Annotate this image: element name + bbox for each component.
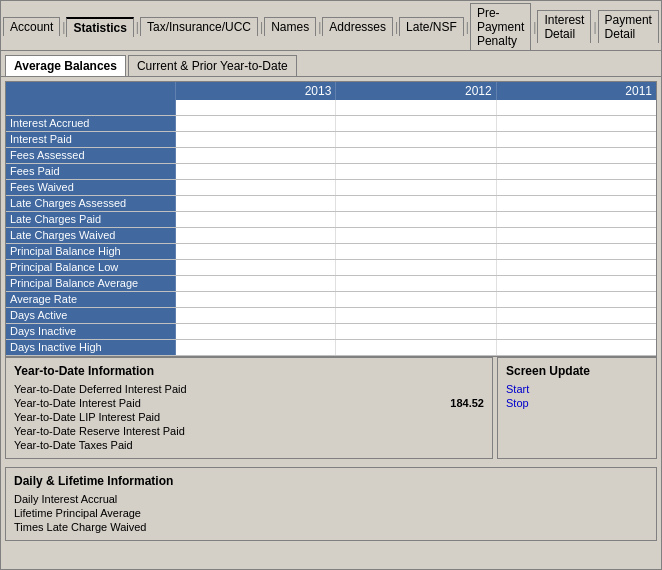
- top-tab-names[interactable]: Names: [264, 17, 316, 36]
- table-row: Principal Balance Low: [6, 260, 656, 276]
- ytd-title: Year-to-Date Information: [14, 364, 484, 378]
- table-row: [6, 100, 656, 116]
- bottom-row1: Year-to-Date Information Year-to-Date De…: [5, 357, 657, 459]
- table-cell-value: [176, 228, 336, 243]
- table-row: Fees Waived: [6, 180, 656, 196]
- table-row: Late Charges Paid: [6, 212, 656, 228]
- top-tab-pre-payment-penalty[interactable]: Pre-Payment Penalty: [470, 3, 531, 50]
- ytd-row: Year-to-Date Reserve Interest Paid: [14, 424, 484, 438]
- table-cell-label: Days Inactive: [6, 324, 176, 339]
- top-tab-addresses[interactable]: Addresses: [322, 17, 393, 36]
- table-cell-label: Principal Balance Average: [6, 276, 176, 291]
- table-cell-value: [176, 340, 336, 355]
- table-cell-value: [336, 164, 496, 179]
- table-cell-value: [176, 148, 336, 163]
- table-cell-value: [497, 276, 656, 291]
- table-cell-value: [497, 180, 656, 195]
- table-cell-label: Average Rate: [6, 292, 176, 307]
- tab-separator: |: [466, 20, 469, 34]
- table-row: Interest Paid: [6, 132, 656, 148]
- table-header-label: [6, 82, 176, 100]
- daily-row: Times Late Charge Waived: [14, 520, 648, 534]
- table-cell-label: Principal Balance High: [6, 244, 176, 259]
- table-cell-label: Late Charges Assessed: [6, 196, 176, 211]
- table-cell-value: [336, 308, 496, 323]
- top-tab-bar: Account|Statistics|Tax/Insurance/UCC|Nam…: [1, 1, 661, 51]
- table-cell-value: [336, 260, 496, 275]
- table-cell-label: Interest Accrued: [6, 116, 176, 131]
- table-cell-value: [176, 132, 336, 147]
- table-header-year-2012: 2012: [336, 82, 496, 100]
- main-content: 201320122011Interest AccruedInterest Pai…: [1, 77, 661, 569]
- daily-row-label: Daily Interest Accrual: [14, 493, 117, 505]
- table-cell-label: Fees Paid: [6, 164, 176, 179]
- screen-update-btn-stop[interactable]: Stop: [506, 396, 648, 410]
- screen-update-panel: Screen Update StartStop: [497, 357, 657, 459]
- daily-panel: Daily & Lifetime Information Daily Inter…: [5, 467, 657, 541]
- tab-separator: |: [136, 20, 139, 34]
- ytd-row-label: Year-to-Date Deferred Interest Paid: [14, 383, 187, 395]
- table-cell-value: [176, 196, 336, 211]
- table-cell-value: [176, 212, 336, 227]
- statistics-table: 201320122011Interest AccruedInterest Pai…: [5, 81, 657, 357]
- table-cell-value: [336, 340, 496, 355]
- bottom-row2: Daily & Lifetime Information Daily Inter…: [5, 463, 657, 541]
- ytd-row-value: 184.52: [450, 397, 484, 409]
- table-cell-value: [497, 324, 656, 339]
- table-cell-value: [336, 148, 496, 163]
- sub-tab-average-balances[interactable]: Average Balances: [5, 55, 126, 76]
- ytd-row-label: Year-to-Date Interest Paid: [14, 397, 141, 409]
- sub-tab-bar: Average BalancesCurrent & Prior Year-to-…: [1, 51, 661, 77]
- ytd-panel: Year-to-Date Information Year-to-Date De…: [5, 357, 493, 459]
- table-row: Fees Paid: [6, 164, 656, 180]
- table-cell-value: [176, 292, 336, 307]
- table-cell-value: [497, 116, 656, 131]
- table-cell-value: [497, 340, 656, 355]
- table-cell-value: [176, 164, 336, 179]
- top-tab-late-nsf[interactable]: Late/NSF: [399, 17, 464, 36]
- top-tab-statistics[interactable]: Statistics: [66, 17, 133, 37]
- table-row: Days Inactive: [6, 324, 656, 340]
- table-row: Days Inactive High: [6, 340, 656, 356]
- table-row: Fees Assessed: [6, 148, 656, 164]
- daily-row-label: Lifetime Principal Average: [14, 507, 141, 519]
- table-cell-value: [176, 260, 336, 275]
- table-cell-value: [336, 132, 496, 147]
- table-cell-value: [336, 228, 496, 243]
- screen-update-btn-start[interactable]: Start: [506, 382, 648, 396]
- table-cell-value: [176, 324, 336, 339]
- table-row: Late Charges Assessed: [6, 196, 656, 212]
- tab-separator: |: [533, 20, 536, 34]
- tab-separator: |: [62, 20, 65, 34]
- table-row: Late Charges Waived: [6, 228, 656, 244]
- bottom-all: Year-to-Date Information Year-to-Date De…: [5, 357, 657, 565]
- table-cell-label: Days Inactive High: [6, 340, 176, 355]
- ytd-row: Year-to-Date LIP Interest Paid: [14, 410, 484, 424]
- top-tab-tax-insurance-ucc[interactable]: Tax/Insurance/UCC: [140, 17, 258, 36]
- ytd-row: Year-to-Date Taxes Paid: [14, 438, 484, 452]
- sub-tab-current---prior-year-to-date[interactable]: Current & Prior Year-to-Date: [128, 55, 297, 76]
- table-cell-value: [497, 292, 656, 307]
- table-cell-value: [497, 132, 656, 147]
- table-cell-label: Late Charges Paid: [6, 212, 176, 227]
- table-cell-value: [497, 244, 656, 259]
- top-tab-payment-detail[interactable]: Payment Detail: [598, 10, 659, 43]
- daily-row: Daily Interest Accrual: [14, 492, 648, 506]
- table-cell-value: [497, 164, 656, 179]
- table-cell-value: [336, 244, 496, 259]
- table-cell-value: [336, 116, 496, 131]
- table-cell-value: [336, 212, 496, 227]
- table-cell-value: [497, 228, 656, 243]
- table-cell-value: [336, 196, 496, 211]
- table-cell-value: [497, 212, 656, 227]
- daily-title: Daily & Lifetime Information: [14, 474, 648, 488]
- top-tab-interest-detail[interactable]: Interest Detail: [537, 10, 591, 43]
- table-cell-label: Days Active: [6, 308, 176, 323]
- table-cell-value: [336, 276, 496, 291]
- table-cell-value: [176, 116, 336, 131]
- ytd-row-label: Year-to-Date Taxes Paid: [14, 439, 133, 451]
- table-cell-label: [6, 100, 176, 115]
- ytd-row-label: Year-to-Date Reserve Interest Paid: [14, 425, 185, 437]
- top-tab-account[interactable]: Account: [3, 17, 60, 36]
- screen-update-title: Screen Update: [506, 364, 648, 378]
